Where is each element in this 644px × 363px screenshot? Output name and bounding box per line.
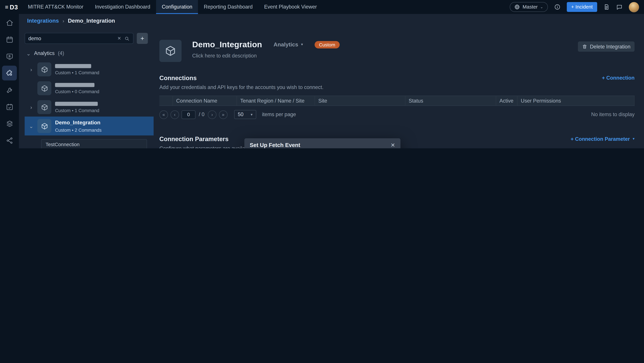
clear-search-icon[interactable]: ✕ — [118, 36, 121, 41]
left-icon-rail — [0, 14, 19, 148]
top-navigation-bar: ≡ D3 MITRE ATT&CK Monitor Investigation … — [0, 0, 644, 14]
tree-group-analytics[interactable]: ⌄ Analytics (4) — [26, 50, 154, 57]
page-number-input[interactable] — [182, 110, 196, 119]
checkbox-column — [159, 96, 173, 105]
custom-badge: Custom — [314, 41, 340, 48]
delete-integration-label: Delete Integration — [590, 44, 630, 49]
menu-item-mitre-attck-monitor[interactable]: MITRE ATT&CK Monitor — [22, 0, 89, 14]
globe-icon — [514, 4, 520, 10]
caret-down-icon: ▾ — [633, 137, 634, 141]
chevron-down-icon[interactable]: ⌄ — [29, 123, 34, 129]
rail-integrations-icon[interactable] — [2, 66, 17, 80]
trash-icon — [582, 44, 588, 49]
col-user-permissions: User Permissions — [518, 96, 634, 105]
integration-meta: Custom • 2 Commands — [55, 128, 102, 133]
edit-description-placeholder[interactable]: Click here to edit description — [192, 53, 340, 59]
d3-logo[interactable]: ≡ D3 — [5, 3, 18, 10]
integration-type-label: Analytics — [274, 41, 298, 48]
breadcrumb-current: Demo_Integration — [68, 17, 115, 24]
integration-meta: Custom • 1 Command — [55, 70, 99, 75]
integration-cube-icon — [38, 119, 51, 133]
integration-meta: Custom • 1 Command — [55, 108, 99, 113]
chat-icon[interactable] — [616, 4, 622, 10]
next-page-button[interactable]: › — [208, 110, 216, 119]
chevron-down-icon: ⌄ — [26, 51, 31, 56]
integration-search-box: ✕ — [25, 33, 134, 44]
menu-item-reporting-dashboard[interactable]: Reporting Dashboard — [198, 0, 258, 14]
col-status: Status — [405, 96, 496, 105]
connections-table-header: Connection Name Tenant Region / Name / S… — [159, 96, 634, 106]
tenant-label: Master — [522, 4, 538, 10]
rail-calendar-icon[interactable] — [2, 32, 17, 47]
first-page-button[interactable]: « — [159, 110, 168, 119]
add-connection-link[interactable]: + Connection — [602, 75, 634, 81]
info-icon[interactable] — [554, 4, 560, 10]
prev-page-button[interactable]: ‹ — [170, 110, 179, 119]
delete-integration-button[interactable]: Delete Integration — [578, 41, 634, 52]
logo-text: D3 — [10, 3, 18, 10]
page-size-select[interactable]: 50 ▾ — [234, 110, 256, 119]
integration-list-item[interactable]: › Custom • 1 Command — [25, 98, 154, 117]
group-count: (4) — [58, 50, 64, 56]
connections-heading: Connections — [159, 74, 196, 81]
integration-cube-icon — [38, 62, 51, 76]
child-item-testconnection[interactable]: TestConnection — [41, 139, 147, 148]
menu-item-configuration[interactable]: Configuration — [156, 0, 198, 14]
search-input[interactable] — [28, 35, 114, 41]
rail-playbooks-icon[interactable] — [2, 49, 17, 63]
empty-message: No items to display — [591, 112, 634, 117]
rail-home-icon[interactable] — [2, 15, 17, 30]
redacted-integration-name — [55, 102, 98, 106]
caret-down-icon: ▾ — [251, 113, 252, 116]
add-integration-button[interactable]: + — [137, 33, 148, 44]
integration-cube-icon — [38, 81, 51, 95]
integration-list-item-selected[interactable]: ⌄ Demo_Integration Custom • 2 Commands — [25, 117, 154, 136]
menu-item-event-playbook-viewer[interactable]: Event Playbook Viewer — [258, 0, 323, 14]
add-connection-parameter-label: + Connection Parameter — [570, 136, 630, 142]
breadcrumb-integrations-link[interactable]: Integrations — [27, 17, 59, 24]
col-connection-name: Connection Name — [173, 96, 237, 105]
chevron-right-icon[interactable]: › — [29, 104, 34, 110]
page-size-value: 50 — [238, 112, 244, 117]
rail-schedule-icon[interactable] — [2, 99, 17, 114]
integration-list-item[interactable]: › Custom • 1 Command — [25, 60, 154, 79]
integration-list-item[interactable]: Custom • 0 Command — [25, 79, 154, 98]
group-label: Analytics — [34, 50, 55, 56]
breadcrumb-chevron-icon: › — [62, 18, 64, 24]
menu-item-investigation-dashboard[interactable]: Investigation Dashboard — [89, 0, 156, 14]
search-icon[interactable] — [124, 35, 130, 41]
connections-pagination: « ‹ / 0 › » 50 ▾ items per page No item — [159, 108, 634, 121]
add-connection-parameter-link[interactable]: + Connection Parameter ▾ — [570, 136, 634, 142]
modal-header: Set Up Fetch Event ✕ — [244, 138, 400, 148]
rail-utilities-icon[interactable] — [2, 82, 17, 97]
rail-connections-icon[interactable] — [2, 133, 17, 148]
caret-down-icon: ▾ — [301, 43, 303, 46]
col-site: Site — [315, 96, 405, 105]
setup-fetch-event-modal: Set Up Fetch Event ✕ Command: fetchEvent… — [244, 138, 400, 148]
report-document-icon[interactable] — [604, 4, 610, 10]
integration-meta: Custom • 0 Command — [55, 89, 99, 94]
rail-data-stack-icon[interactable] — [2, 116, 17, 131]
integration-type-dropdown[interactable]: Analytics ▾ — [274, 41, 303, 48]
integration-name: Demo_Integration — [55, 119, 102, 126]
integration-cube-icon — [38, 100, 51, 114]
tenant-selector[interactable]: Master ⌄ — [510, 2, 548, 12]
col-active: Active — [496, 96, 518, 105]
close-icon[interactable]: ✕ — [390, 142, 395, 148]
main-menu: MITRE ATT&CK Monitor Investigation Dashb… — [22, 0, 323, 14]
logo-bars-icon: ≡ — [5, 4, 8, 10]
modal-title: Set Up Fetch Event — [250, 142, 300, 148]
col-tenant-region: Tenant Region / Name / Site — [237, 96, 315, 105]
topbar-right-cluster: Master ⌄ + Incident — [510, 2, 639, 12]
integration-cube-icon — [159, 40, 182, 62]
redacted-integration-name — [55, 83, 94, 87]
last-page-button[interactable]: » — [219, 110, 228, 119]
chevron-right-icon[interactable]: › — [29, 66, 34, 72]
chevron-down-icon: ⌄ — [540, 5, 543, 9]
integration-detail: Demo_Integration Analytics ▾ Custom Clic… — [154, 27, 644, 148]
breadcrumb: Integrations › Demo_Integration — [19, 14, 644, 27]
integration-list-panel: ✕ + ⌄ Analytics (4) › — [19, 27, 154, 148]
add-incident-button[interactable]: + Incident — [567, 2, 597, 12]
items-per-page-label: items per page — [262, 112, 296, 117]
user-avatar[interactable] — [629, 2, 639, 12]
